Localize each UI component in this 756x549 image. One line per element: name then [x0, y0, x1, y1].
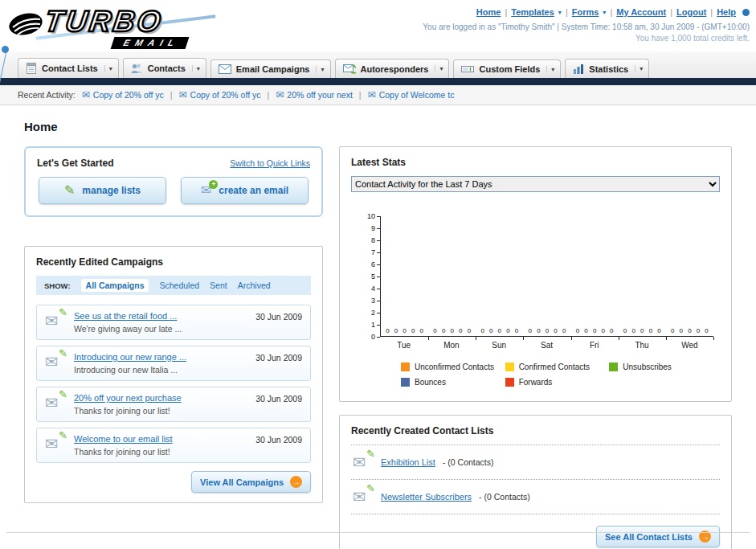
- view-all-campaigns-button[interactable]: View All Campaigns →: [191, 471, 311, 493]
- contact-list-name-link[interactable]: Newsletter Subscribers: [381, 492, 472, 502]
- arrow-right-icon: →: [290, 476, 302, 488]
- recent-activity-link[interactable]: 20% off your next: [287, 90, 353, 100]
- legend-swatch: [401, 363, 410, 371]
- filter-sent[interactable]: Sent: [210, 281, 227, 290]
- chevron-down-icon[interactable]: ▾: [635, 65, 643, 72]
- left-column: Let's Get Started Switch to Quick Links …: [24, 146, 323, 503]
- campaign-list: ✉✎ See us at the retail food ... We're g…: [36, 305, 311, 463]
- nav-tab-custom-fields[interactable]: Custom Fields ▾: [453, 59, 561, 78]
- nav-tab-contact-lists[interactable]: Contact Lists ▾: [18, 58, 119, 78]
- chart-x-axis: TueMonSunSatFriThuWed: [380, 337, 713, 350]
- campaign-row: ✉✎ Welcome to our email list Thanks for …: [36, 428, 311, 463]
- envelope-icon: ✉: [82, 89, 90, 100]
- latest-stats-panel: Latest Stats Contact Activity for the La…: [339, 146, 732, 402]
- top-link-help[interactable]: Help: [717, 7, 736, 17]
- campaign-title-link[interactable]: See us at the retail food ...: [74, 311, 247, 321]
- contact-list-name-link[interactable]: Exhibition List: [381, 457, 435, 467]
- campaign-subtitle: We're giving away our late ...: [74, 324, 247, 334]
- email-campaigns-icon: [219, 64, 231, 74]
- y-axis-label: 10: [367, 212, 380, 220]
- contact-list-row: ✉✎ Newsletter Subscribers - (0 Contacts): [351, 480, 720, 514]
- filter-all-campaigns[interactable]: All Campaigns: [81, 279, 149, 292]
- create-email-button[interactable]: ✉+ create an email: [181, 177, 309, 204]
- recent-activity-link[interactable]: Copy of Welcome tc: [379, 90, 455, 100]
- manage-lists-label: manage lists: [82, 185, 141, 196]
- show-label: SHOW:: [44, 281, 71, 290]
- chevron-down-icon[interactable]: ▾: [546, 66, 554, 73]
- top-link-forms[interactable]: Forms: [572, 7, 599, 17]
- chevron-down-icon[interactable]: ▾: [192, 65, 200, 72]
- top-link-home[interactable]: Home: [476, 7, 501, 17]
- top-link-my-account[interactable]: My Account: [616, 7, 666, 17]
- separator: |: [710, 7, 713, 17]
- nav-tab-label: Custom Fields: [479, 64, 540, 74]
- see-all-contact-lists-button[interactable]: See All Contact Lists →: [596, 526, 720, 547]
- nav-tab-statistics[interactable]: Statistics ▾: [565, 59, 649, 78]
- y-axis-label: 6: [371, 260, 380, 268]
- nav-tab-label: Contacts: [148, 64, 186, 73]
- app-logo[interactable]: TURBO EMAIL: [8, 5, 241, 50]
- recent-activity-item: ✉ Copy of Welcome tc: [368, 89, 455, 100]
- main-nav: Contact Lists ▾ Contacts ▾ Email Campaig…: [0, 51, 756, 78]
- chart-plot: 00000000000000000000000000000000000: [380, 216, 713, 337]
- top-link-templates[interactable]: Templates: [511, 7, 554, 17]
- edit-campaign-icon: ✉✎: [45, 434, 66, 453]
- chevron-down-icon[interactable]: ▾: [316, 66, 324, 73]
- legend-item: Unsubscribes: [609, 363, 713, 371]
- campaign-filter-bar: SHOW: All Campaigns Scheduled Sent Archi…: [36, 276, 311, 295]
- custom-fields-icon: [461, 64, 474, 74]
- latest-stats-title: Latest Stats: [351, 157, 720, 168]
- footer-divider: [6, 532, 750, 533]
- legend-label: Forwards: [519, 378, 553, 387]
- nav-tab-label: Contact Lists: [42, 64, 98, 73]
- chart-value-group: 00000: [619, 327, 666, 334]
- y-axis-label: 1: [371, 321, 380, 329]
- x-axis-label: Thu: [618, 341, 665, 350]
- chart-value-group: 00000: [381, 327, 428, 334]
- nav-tab-email-campaigns[interactable]: Email Campaigns ▾: [210, 59, 331, 78]
- edit-list-icon: ✉✎: [353, 487, 374, 506]
- filter-scheduled[interactable]: Scheduled: [159, 281, 199, 290]
- legend-item: Bounces: [401, 378, 505, 387]
- envelope-plus-icon: ✉+: [201, 184, 211, 197]
- campaign-title-link[interactable]: 20% off your next purchase: [74, 393, 247, 403]
- help-dot-icon: [742, 9, 750, 16]
- legend-item: Confirmed Contacts: [505, 363, 610, 371]
- edit-campaign-icon: ✉✎: [45, 311, 66, 330]
- contact-list-detail: - (0 Contacts): [479, 492, 530, 502]
- x-axis-label: Tue: [380, 341, 427, 350]
- campaign-title-link[interactable]: Welcome to our email list: [74, 434, 247, 444]
- pencil-icon: ✎: [64, 184, 75, 197]
- separator: |: [170, 90, 173, 100]
- campaigns-panel-title: Recently Edited Campaigns: [36, 256, 311, 268]
- top-link-logout[interactable]: Logout: [676, 7, 706, 17]
- chart-value-group: 00000: [523, 327, 570, 334]
- separator: |: [505, 7, 507, 17]
- chevron-down-icon[interactable]: ▾: [104, 65, 112, 72]
- contact-lists-icon: [26, 63, 37, 74]
- separator: |: [268, 90, 270, 100]
- recent-activity-link[interactable]: Copy of 20% off yc: [93, 90, 164, 100]
- edit-campaign-icon: ✉✎: [45, 393, 66, 412]
- x-axis-label: Wed: [666, 341, 713, 350]
- legend-swatch: [609, 363, 618, 371]
- chart-value-group: 00000: [666, 327, 713, 334]
- recent-activity-bar: Recent Activity: ✉ Copy of 20% off yc | …: [0, 85, 756, 105]
- recent-activity-link[interactable]: Copy of 20% off yc: [190, 90, 261, 100]
- campaign-title-link[interactable]: Introducing our new range ...: [74, 352, 247, 362]
- chart-groups: 00000000000000000000000000000000000: [381, 327, 713, 334]
- nav-tab-autoresponders[interactable]: Autoresponders ▾: [335, 59, 450, 78]
- stats-period-select[interactable]: Contact Activity for the Last 7 Days: [351, 176, 720, 192]
- top-links: Home | Templates▾ | Forms▾ | My Account …: [423, 7, 750, 17]
- nav-tab-contacts[interactable]: Contacts ▾: [123, 58, 206, 78]
- campaign-date: 30 Jun 2009: [255, 352, 302, 363]
- view-all-campaigns-label: View All Campaigns: [200, 477, 284, 487]
- chevron-down-icon[interactable]: ▾: [435, 65, 443, 72]
- y-axis-label: 9: [371, 224, 380, 232]
- y-axis-label: 0: [371, 333, 380, 341]
- y-axis-label: 4: [371, 285, 380, 293]
- campaign-subtitle: Introducing our new Italia ...: [74, 365, 247, 375]
- filter-archived[interactable]: Archived: [238, 281, 271, 290]
- switch-quick-links-link[interactable]: Switch to Quick Links: [230, 158, 310, 168]
- manage-lists-button[interactable]: ✎ manage lists: [39, 177, 166, 204]
